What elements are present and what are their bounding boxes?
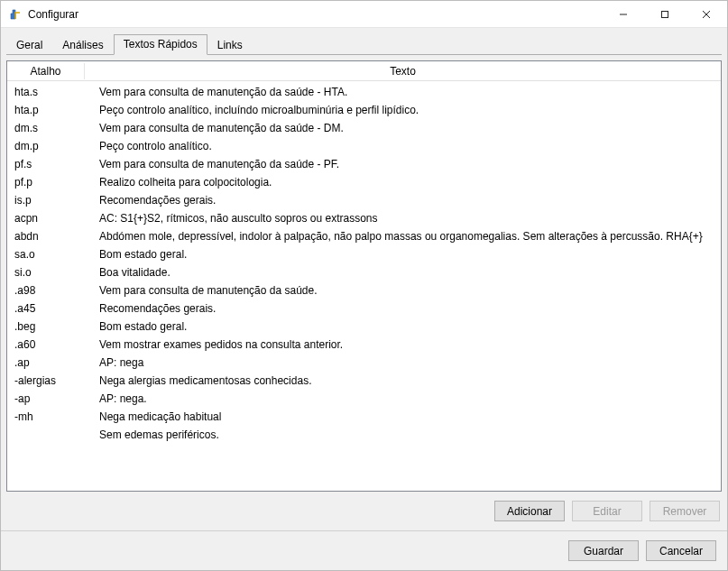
edit-button[interactable]: Editar xyxy=(572,501,642,521)
header-text[interactable]: Texto xyxy=(85,63,721,79)
dialog-footer: Guardar Cancelar xyxy=(1,530,727,570)
cell-text: Boa vitalidade. xyxy=(92,266,717,279)
cell-shortcut: is.p xyxy=(14,194,92,207)
window-title: Configurar xyxy=(28,8,78,21)
maximize-button[interactable] xyxy=(644,1,686,28)
table-row[interactable]: acpnAC: S1{+}S2, rítmicos, não ausculto … xyxy=(7,209,721,227)
cell-text: Peço controlo analítico. xyxy=(92,140,717,152)
tab-links[interactable]: Links xyxy=(207,35,253,55)
cell-text: Peço controlo analítico, incluíndo micro… xyxy=(92,104,717,116)
config-window: Configurar Geral Análises Textos Rápidos… xyxy=(0,0,728,571)
cancel-button[interactable]: Cancelar xyxy=(646,540,716,561)
tab-geral[interactable]: Geral xyxy=(6,35,52,55)
titlebar: Configurar xyxy=(1,1,727,28)
cell-shortcut: -mh xyxy=(14,410,92,423)
cell-shortcut: pf.p xyxy=(14,176,92,189)
cell-shortcut: abdn xyxy=(14,230,92,243)
cell-text: Bom estado geral. xyxy=(92,320,717,333)
table-row[interactable]: .begBom estado geral. xyxy=(7,318,721,336)
cell-shortcut: sa.o xyxy=(14,248,92,261)
table-row[interactable]: -mhNega medicação habitual xyxy=(7,408,721,426)
table-row[interactable]: hta.pPeço controlo analítico, incluíndo … xyxy=(7,101,721,119)
table-row[interactable]: hta.sVem para consulta de manutenção da … xyxy=(7,83,721,101)
table-row[interactable]: .a45Recomendações gerais. xyxy=(7,299,721,318)
cell-text: Nega medicação habitual xyxy=(92,410,717,423)
table-row[interactable]: -alergiasNega alergias medicamentosas co… xyxy=(7,372,721,390)
table-row[interactable]: .a60Vem mostrar exames pedidos na consul… xyxy=(7,336,721,354)
cell-shortcut: dm.p xyxy=(14,140,92,152)
cell-shortcut: .a60 xyxy=(14,338,92,351)
table-row[interactable]: dm.sVem para consulta de manutenção da s… xyxy=(7,119,721,137)
cell-shortcut: .beg xyxy=(14,320,92,333)
cell-text: Vem para consulta de manutenção da saúde… xyxy=(92,86,717,98)
cell-text: Nega alergias medicamentosas conhecidas. xyxy=(92,374,717,387)
table-row[interactable]: pf.sVem para consulta de manutenção da s… xyxy=(7,155,721,173)
add-button[interactable]: Adicionar xyxy=(494,501,565,521)
cell-text: Abdómen mole, depressível, indolor à pal… xyxy=(92,230,717,243)
cell-shortcut: .a45 xyxy=(14,302,92,315)
tab-textos-rapidos[interactable]: Textos Rápidos xyxy=(114,34,207,55)
close-button[interactable] xyxy=(686,1,727,28)
table-header: Atalho Texto xyxy=(7,61,721,81)
cell-shortcut: si.o xyxy=(14,266,92,279)
cell-shortcut: hta.p xyxy=(14,104,92,116)
cell-shortcut: pf.s xyxy=(14,158,92,170)
table-row[interactable]: dm.pPeço controlo analítico. xyxy=(7,137,721,155)
table-row[interactable]: sa.oBom estado geral. xyxy=(7,245,721,263)
tab-strip: Geral Análises Textos Rápidos Links xyxy=(1,28,727,54)
app-icon xyxy=(8,7,23,22)
table-row[interactable]: -apAP: nega. xyxy=(7,390,721,408)
table-row[interactable]: abdnAbdómen mole, depressível, indolor à… xyxy=(7,227,721,245)
cell-shortcut: -ap xyxy=(14,392,92,405)
cell-text: Vem para consulta de manutenção da saúde… xyxy=(92,158,717,170)
table-row[interactable]: si.oBoa vitalidade. xyxy=(7,263,721,281)
cell-text: Vem para consulta de manutenção da saúde… xyxy=(92,122,717,134)
svg-rect-1 xyxy=(662,11,668,17)
cell-shortcut: acpn xyxy=(14,212,92,225)
cell-text: AC: S1{+}S2, rítmicos, não ausculto sopr… xyxy=(92,212,717,225)
cell-shortcut: hta.s xyxy=(14,86,92,98)
cell-text: Vem para consulta de manutenção da saúde… xyxy=(92,284,717,297)
cell-text: Recomendações gerais. xyxy=(92,194,717,207)
cell-text: Bom estado geral. xyxy=(92,248,717,261)
table-body: hta.sVem para consulta de manutenção da … xyxy=(7,81,721,491)
cell-text: Recomendações gerais. xyxy=(92,302,717,315)
remove-button[interactable]: Remover xyxy=(650,501,720,521)
tab-panel: Atalho Texto hta.sVem para consulta de m… xyxy=(6,60,722,525)
table-row[interactable]: is.pRecomendações gerais. xyxy=(7,191,721,209)
crud-button-row: Adicionar Editar Remover xyxy=(6,492,722,525)
cell-text: AP: nega. xyxy=(92,392,717,405)
tab-analises[interactable]: Análises xyxy=(52,35,113,55)
minimize-button[interactable] xyxy=(603,1,644,28)
cell-text: Sem edemas periféricos. xyxy=(92,428,717,441)
table-row[interactable]: pf.pRealizo colheita para colpocitologia… xyxy=(7,173,721,191)
cell-shortcut: -alergias xyxy=(14,374,92,387)
shortcuts-table[interactable]: Atalho Texto hta.sVem para consulta de m… xyxy=(6,60,722,492)
cell-text: Realizo colheita para colpocitologia. xyxy=(92,176,717,189)
table-row[interactable]: Sem edemas periféricos. xyxy=(7,426,721,444)
header-shortcut[interactable]: Atalho xyxy=(7,63,85,79)
cell-shortcut: .a98 xyxy=(14,284,92,297)
cell-text: Vem mostrar exames pedidos na consulta a… xyxy=(92,338,717,351)
table-row[interactable]: .apAP: nega xyxy=(7,354,721,372)
cell-shortcut: dm.s xyxy=(14,122,92,134)
save-button[interactable]: Guardar xyxy=(568,540,639,561)
cell-shortcut: .ap xyxy=(14,356,92,369)
cell-text: AP: nega xyxy=(92,356,717,369)
table-row[interactable]: .a98Vem para consulta de manutenção da s… xyxy=(7,281,721,299)
